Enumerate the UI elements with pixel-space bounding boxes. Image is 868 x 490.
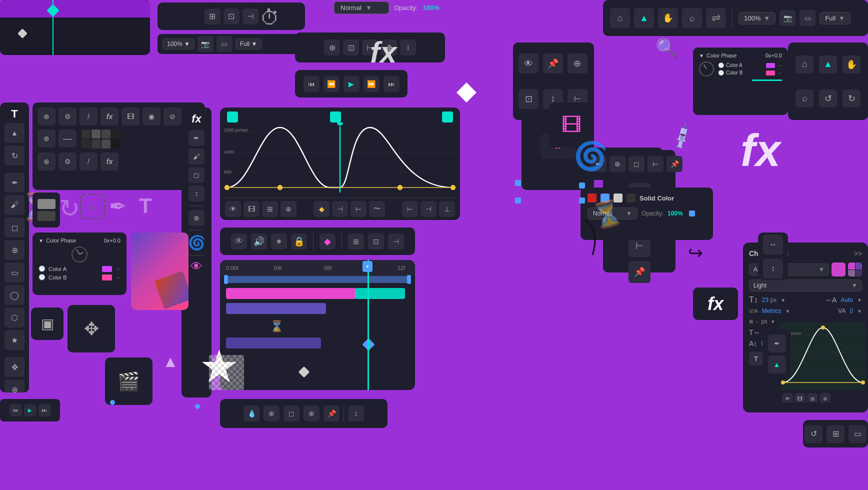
- skip-next-btn[interactable]: ⏭: [384, 76, 400, 92]
- hand-btn[interactable]: ✋: [658, 8, 678, 28]
- keyframe-diamond2[interactable]: [18, 28, 28, 38]
- rt-cursor[interactable]: ▲: [819, 56, 837, 74]
- leading-px-unit[interactable]: px: [761, 318, 768, 325]
- kerning-value[interactable]: Metrics: [762, 308, 782, 314]
- polygon-tool[interactable]: ⬡: [4, 308, 24, 328]
- rect-btn[interactable]: ▭: [216, 36, 232, 52]
- dot-toggle[interactable]: ●: [271, 234, 287, 250]
- wave-icon[interactable]: 〜: [369, 201, 385, 217]
- star-tool[interactable]: ★: [4, 330, 24, 350]
- fx-btn3[interactable]: ◻: [188, 167, 204, 183]
- tl-playhead[interactable]: [368, 260, 369, 390]
- full-btn-2[interactable]: Full ▼: [236, 38, 262, 50]
- resize-vert-btn[interactable]: ↕: [348, 406, 364, 422]
- puppet-tool[interactable]: ⊕: [38, 108, 56, 126]
- ease-out-icon[interactable]: ⊢: [350, 201, 366, 217]
- sg-tool1[interactable]: ⊕: [568, 54, 588, 74]
- move-arrows[interactable]: ✥: [84, 318, 99, 340]
- kern-arrow[interactable]: ▼: [785, 308, 790, 314]
- track1-pink[interactable]: [226, 288, 356, 299]
- line-tool2[interactable]: —: [58, 130, 76, 148]
- sg-tool2[interactable]: ⊡: [518, 89, 538, 109]
- spiral-icon[interactable]: 🌀: [188, 234, 206, 251]
- fx-btn5[interactable]: ⊕: [188, 210, 204, 226]
- eyedrop-btn[interactable]: 💧: [244, 406, 260, 422]
- link-icon[interactable]: ⊣: [420, 201, 436, 217]
- pr-icon2[interactable]: ⊕: [610, 156, 626, 172]
- text-tool[interactable]: T: [11, 108, 18, 120]
- rcurve-film[interactable]: 🎞: [794, 393, 806, 402]
- anchor-tool[interactable]: ⊕: [4, 380, 24, 392]
- rt-home[interactable]: ⌂: [796, 56, 814, 74]
- size-value[interactable]: 23 px: [762, 296, 776, 304]
- kf-handle-left[interactable]: [227, 112, 238, 122]
- ease-in-icon[interactable]: ⊣: [332, 201, 348, 217]
- diamond-icon[interactable]: ◆: [314, 201, 330, 217]
- track-arrow[interactable]: ▼: [857, 308, 862, 314]
- pb-prev[interactable]: ⏮: [10, 404, 22, 416]
- rect-tool[interactable]: ▭: [4, 262, 24, 282]
- weight-dropdown[interactable]: Light ▼: [749, 280, 862, 292]
- lock-toggle[interactable]: 🔒: [291, 234, 307, 250]
- leading-arrow[interactable]: ▼: [857, 298, 862, 303]
- puppet-btn[interactable]: ⊕: [304, 406, 320, 422]
- rt-undo[interactable]: ↺: [819, 90, 837, 108]
- transform-btn[interactable]: ⊞: [826, 425, 844, 443]
- tool-btn-1[interactable]: ⊞: [204, 8, 220, 24]
- cp-color-a-btn[interactable]: →: [115, 266, 120, 272]
- pb-next[interactable]: ⏭: [38, 404, 51, 416]
- hourglass-kf[interactable]: ⌛: [270, 320, 284, 333]
- kf-handle-mid[interactable]: [330, 112, 341, 122]
- work-area-right[interactable]: [407, 275, 411, 284]
- expand-v-icon[interactable]: ↕: [763, 258, 783, 278]
- gear-tool[interactable]: ⚙: [58, 108, 76, 126]
- rcurve-grid[interactable]: ⊞: [807, 393, 818, 402]
- t2-icon1[interactable]: ✒: [768, 334, 786, 352]
- eye-icon[interactable]: 👁: [190, 260, 202, 274]
- pb-play[interactable]: ▶: [24, 404, 36, 416]
- size-arrow[interactable]: ▼: [780, 298, 786, 303]
- prev-frame-btn[interactable]: ⏪: [324, 76, 340, 92]
- expand-h-icon[interactable]: ↔: [763, 234, 783, 254]
- pen-tool[interactable]: ✒: [4, 172, 24, 192]
- blend-mode-area[interactable]: Normal ▼ Opacity: 100%: [334, 2, 440, 14]
- ctrl-snap[interactable]: ⊕: [324, 40, 340, 56]
- line-tool3[interactable]: /: [80, 152, 98, 170]
- t2-icon2[interactable]: ▲: [768, 356, 786, 374]
- puppet-tool2[interactable]: ⊕: [38, 130, 56, 148]
- schedule-icon[interactable]: 🎬: [118, 371, 140, 392]
- rcurve-magnet[interactable]: ⊕: [820, 393, 830, 402]
- rt-hand[interactable]: ✋: [842, 56, 860, 74]
- fx-btn2[interactable]: 🖌: [188, 148, 204, 164]
- select-tool[interactable]: ▲: [4, 123, 24, 143]
- camera-btn-2[interactable]: 📷: [198, 36, 214, 52]
- full-dropdown[interactable]: Full ▼: [820, 12, 850, 24]
- slash-tool[interactable]: ⊘: [164, 108, 182, 126]
- square-btn[interactable]: ▭: [848, 425, 866, 443]
- oval-tool[interactable]: ◯: [4, 285, 24, 305]
- stamp-tool[interactable]: ⊕: [4, 240, 24, 260]
- transform-sq[interactable]: ▣: [41, 316, 54, 332]
- resize-icon[interactable]: ⊣: [388, 234, 404, 250]
- ctrl-resize2[interactable]: ↕: [400, 40, 416, 56]
- undo-btn[interactable]: ↺: [804, 425, 822, 443]
- audio-toggle[interactable]: 🔊: [251, 234, 267, 250]
- bold-btn[interactable]: T: [749, 352, 763, 366]
- fx-tool[interactable]: fx: [100, 108, 118, 126]
- track1-teal[interactable]: [355, 288, 405, 299]
- sg-eye[interactable]: 👁: [518, 54, 538, 74]
- char-expand-btn[interactable]: >>: [854, 250, 862, 258]
- tracking-value[interactable]: 0: [850, 308, 853, 314]
- stamp-btn[interactable]: ⊕: [264, 406, 280, 422]
- fx-tool2[interactable]: fx: [100, 152, 118, 170]
- tl-playhead-handle[interactable]: ▼: [362, 261, 372, 272]
- rcurve-eye[interactable]: 👁: [782, 393, 793, 402]
- blend-dropdown[interactable]: Normal ▼: [334, 2, 389, 14]
- eye-tool[interactable]: 👁: [225, 201, 241, 217]
- next-frame-btn[interactable]: ⏩: [364, 76, 380, 92]
- pr-icon3[interactable]: ◻: [628, 156, 644, 172]
- circle-tool[interactable]: ◉: [142, 108, 160, 126]
- leading-value[interactable]: Auto: [840, 296, 853, 304]
- fit-icon[interactable]: ▭: [800, 10, 816, 26]
- camera-icon[interactable]: 📷: [780, 10, 796, 26]
